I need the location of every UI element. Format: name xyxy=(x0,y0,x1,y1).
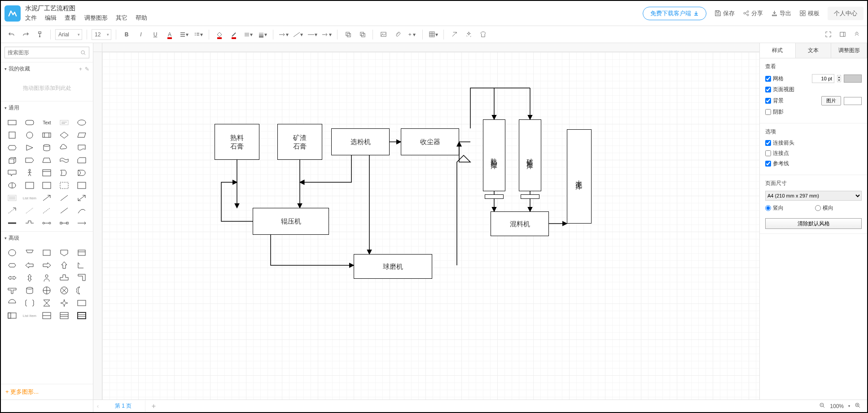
shape-curve[interactable] xyxy=(74,205,89,216)
node-clinker-gypsum[interactable]: 熟料 石膏 xyxy=(215,124,259,160)
shape-list[interactable] xyxy=(4,193,20,203)
add-button[interactable]: + ▾ xyxy=(406,29,418,40)
menu-adjust[interactable]: 调整图形 xyxy=(84,14,108,22)
shape-rect2[interactable] xyxy=(22,180,38,191)
ashape-hourglass[interactable] xyxy=(39,298,55,308)
grid-color-swatch[interactable] xyxy=(844,75,862,83)
conn-points-checkbox[interactable]: 连接点 xyxy=(765,149,862,157)
fill-color-button[interactable] xyxy=(214,29,225,40)
node-dust-collector[interactable]: 收尘器 xyxy=(401,128,459,155)
shape-rect5[interactable] xyxy=(74,180,89,191)
shape-card[interactable] xyxy=(74,155,89,166)
shape-rounded-rect[interactable] xyxy=(22,117,38,128)
shape-container[interactable] xyxy=(39,167,55,178)
table-button[interactable]: ▾ xyxy=(427,29,439,40)
shadow-checkbox[interactable]: 阴影 xyxy=(765,108,862,116)
download-client-button[interactable]: 免费下载客户端 xyxy=(643,7,706,20)
background-checkbox[interactable]: 背景 xyxy=(765,97,819,105)
menu-view[interactable]: 查看 xyxy=(65,14,76,22)
tshirt-button[interactable] xyxy=(477,29,489,40)
conn-arrows-checkbox[interactable]: 连接箭头 xyxy=(765,139,862,147)
panel-toggle-button[interactable] xyxy=(837,29,848,40)
export-button[interactable]: 导出 xyxy=(771,9,791,18)
prev-page-button[interactable]: ‹ xyxy=(97,403,99,409)
shape-conn2[interactable] xyxy=(39,218,55,228)
italic-button[interactable]: I xyxy=(135,29,147,40)
shape-ellipse[interactable] xyxy=(74,117,89,128)
ashape-frame2[interactable] xyxy=(4,310,20,321)
shape-cloud[interactable] xyxy=(57,142,72,153)
general-shapes-header[interactable]: 通用 xyxy=(1,101,93,114)
shape-step[interactable] xyxy=(22,155,38,166)
ashape-db[interactable] xyxy=(22,285,38,296)
ashape-arrow-lr[interactable] xyxy=(4,272,20,283)
shape-arrow-both[interactable] xyxy=(74,193,89,203)
node-slag-gypsum[interactable]: 矿渣 石膏 xyxy=(277,124,322,160)
node-clinker-silo[interactable]: 熟料粉库 xyxy=(483,119,505,191)
shape-search[interactable] xyxy=(4,47,89,58)
ashape-list-item2[interactable]: List Item xyxy=(22,310,38,321)
shape-dotted[interactable] xyxy=(22,205,38,216)
share-button[interactable]: 分享 xyxy=(743,9,763,18)
add-page-button[interactable]: + xyxy=(148,402,159,410)
document-title[interactable]: 水泥厂工艺流程图 xyxy=(25,4,147,13)
underline-button[interactable]: U xyxy=(149,29,161,40)
node-cement-silo[interactable]: 水泥库 xyxy=(567,129,592,224)
node-roller-press[interactable]: 辊压机 xyxy=(253,208,329,235)
node-slag-silo[interactable]: 矿渣粉库 xyxy=(519,119,541,191)
canvas[interactable]: 熟料 石膏 矿渣 石膏 选粉机 收尘器 辊压机 球磨机 熟料粉库 矿渣粉库 混料… xyxy=(102,52,759,400)
zoom-out-button[interactable] xyxy=(819,402,825,410)
undo-button[interactable] xyxy=(5,29,17,40)
node-mixer[interactable]: 混料机 xyxy=(491,211,549,236)
bg-image-button[interactable]: 图片 xyxy=(821,96,841,105)
shape-and[interactable] xyxy=(74,167,89,178)
tab-style[interactable]: 样式 xyxy=(760,43,796,58)
line-width-button[interactable]: ▾ xyxy=(257,29,268,40)
menu-file[interactable]: 文件 xyxy=(25,14,37,22)
collapse-button[interactable] xyxy=(851,29,863,40)
shape-dashed-both[interactable] xyxy=(39,205,55,216)
shape-conn4[interactable] xyxy=(74,218,89,228)
shape-list-item[interactable]: List Item xyxy=(22,193,38,203)
portrait-radio[interactable]: 竖向 xyxy=(765,204,812,212)
shape-document[interactable] xyxy=(74,142,89,153)
line-type-button[interactable]: ▾ xyxy=(292,29,304,40)
shape-dashed-arrow[interactable] xyxy=(4,205,20,216)
ashape-rows2[interactable] xyxy=(57,310,72,321)
shape-arrow-ne[interactable] xyxy=(39,193,55,203)
shape-rect[interactable] xyxy=(4,117,20,128)
list-button[interactable]: ▾ xyxy=(193,29,204,40)
shape-solid2[interactable] xyxy=(57,205,72,216)
shape-hexagon[interactable] xyxy=(4,142,20,153)
grid-step-down[interactable]: ▼ xyxy=(837,79,841,82)
canvas-page[interactable]: 熟料 石膏 矿渣 石膏 选粉机 收尘器 辊压机 球磨机 熟料粉库 矿渣粉库 混料… xyxy=(102,52,759,400)
landscape-radio[interactable]: 横向 xyxy=(815,204,862,212)
ashape-rows[interactable] xyxy=(39,310,55,321)
bg-color-swatch[interactable] xyxy=(844,97,862,105)
ashape-person[interactable] xyxy=(39,272,55,283)
clear-format-button[interactable] xyxy=(448,29,460,40)
ashape-arrow-u[interactable] xyxy=(57,260,72,271)
shape-rect3[interactable] xyxy=(39,180,55,191)
menu-edit[interactable]: 编辑 xyxy=(45,14,57,22)
ashape-arrow-ud[interactable] xyxy=(22,272,38,283)
magic-button[interactable] xyxy=(463,29,474,40)
shape-line-ne[interactable] xyxy=(57,193,72,203)
shape-diamond[interactable] xyxy=(57,130,72,141)
grid-size-input[interactable] xyxy=(812,74,834,83)
ashape-arrow-l[interactable] xyxy=(22,260,38,271)
clear-default-style-button[interactable]: 清除默认风格 xyxy=(765,218,862,229)
shape-process[interactable] xyxy=(39,130,55,141)
shape-callout[interactable] xyxy=(4,167,20,178)
ashape-bracket[interactable] xyxy=(22,298,38,308)
ashape-arrow-corner[interactable] xyxy=(74,260,89,271)
edit-favorite-icon[interactable]: ✎ xyxy=(85,66,89,72)
fullscreen-button[interactable] xyxy=(822,29,834,40)
line-start-button[interactable]: ▾ xyxy=(307,29,318,40)
font-family-select[interactable]: Arial xyxy=(55,29,82,40)
ashape-4[interactable] xyxy=(57,247,72,258)
ashape-sum[interactable] xyxy=(39,285,55,296)
shape-or[interactable] xyxy=(57,167,72,178)
connector-button[interactable]: ▾ xyxy=(278,29,289,40)
ashape-5[interactable] xyxy=(74,247,89,258)
